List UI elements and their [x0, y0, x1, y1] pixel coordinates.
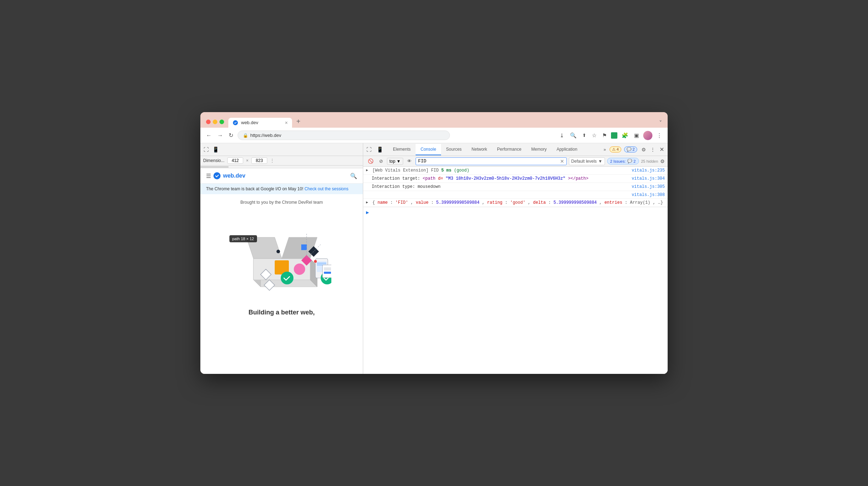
console-filter-button[interactable]: ⊘	[377, 157, 385, 165]
svg-point-16	[314, 260, 317, 263]
obj-key-name: name	[377, 200, 388, 205]
tab-menu-button[interactable]: ˅	[659, 120, 662, 126]
banner-link[interactable]: Check out the sessions	[304, 186, 348, 191]
file-link-1[interactable]: vitals.js:235	[632, 168, 665, 173]
console-prompt[interactable]: ▶	[363, 207, 668, 218]
close-button[interactable]	[206, 120, 211, 124]
chrome-menu-icon[interactable]: ⋮	[655, 131, 663, 140]
horizontal-scrollbar[interactable]	[200, 166, 363, 168]
context-label: top	[389, 159, 395, 164]
interaction-type-label: Interaction type:	[372, 184, 418, 189]
hero-illustration	[232, 209, 331, 301]
browser-window: web.dev × + ˅ ← → ↻ 🔒 https://web.dev ⤓ …	[200, 112, 668, 374]
hidden-count[interactable]: 25 hidden	[641, 159, 658, 163]
devtools-settings-icon[interactable]: ⚙	[639, 145, 648, 155]
obj-comma4: ,	[599, 200, 604, 205]
dimension-bar: Dimensio... × ⋮	[200, 156, 363, 166]
prompt-icon: ▶	[366, 209, 369, 215]
device-toggle-button[interactable]: 📱	[211, 145, 221, 154]
context-selector[interactable]: top ▼	[387, 158, 403, 165]
title-bar: web.dev × + ˅	[200, 112, 668, 128]
tab-console[interactable]: Console	[416, 144, 441, 155]
tab-favicon-icon	[233, 120, 238, 126]
refresh-button[interactable]: ↻	[227, 131, 235, 140]
expand-arrow[interactable]: ▶	[366, 168, 371, 172]
tab-application[interactable]: Application	[552, 144, 582, 155]
issues-count-badge[interactable]: 2 Issues: 💬 2	[607, 158, 639, 164]
web-header: ☰ web.dev 🔍	[200, 168, 363, 184]
flag-icon[interactable]: ⚑	[601, 131, 608, 140]
svg-rect-9	[301, 244, 307, 250]
log-levels-label: Default levels	[571, 159, 597, 164]
active-tab[interactable]: web.dev ×	[228, 118, 292, 128]
obj-comma3: ,	[528, 200, 533, 205]
file-link-2[interactable]: vitals.js:304	[632, 176, 665, 181]
inspect-button[interactable]: ⛶	[202, 145, 211, 154]
more-tabs-button[interactable]: »	[601, 144, 608, 155]
download-icon[interactable]: ⤓	[558, 131, 566, 140]
obj-colon2: :	[431, 200, 436, 205]
warning-badge[interactable]: ⚠ 4	[610, 146, 621, 152]
width-input[interactable]	[227, 157, 243, 164]
minimize-button[interactable]	[213, 120, 217, 124]
tab-network[interactable]: Network	[467, 144, 492, 155]
tab-elements[interactable]: Elements	[388, 144, 416, 155]
devtools-close-button[interactable]: ✕	[657, 144, 666, 155]
star-icon[interactable]: ☆	[590, 131, 598, 140]
obj-val-entries: Array(1)	[630, 200, 650, 205]
interaction-type-value: mousedown	[418, 184, 441, 189]
sidebar-icon[interactable]: ▣	[633, 131, 640, 140]
devtools-device-button[interactable]: 📱	[375, 145, 385, 154]
scroll-thumb[interactable]	[200, 166, 229, 168]
height-input[interactable]	[251, 157, 267, 164]
console-entry: Interaction type: mousedown vitals.js:30…	[363, 183, 668, 191]
message-badge[interactable]: 💬 2	[624, 146, 637, 152]
tab-memory[interactable]: Memory	[526, 144, 552, 155]
file-link-3[interactable]: vitals.js:305	[632, 184, 665, 189]
devtools-top-toolbar: ⛶ 📱	[200, 143, 363, 156]
green-square-icon[interactable]	[611, 132, 617, 139]
expand-object-arrow[interactable]: ▶	[366, 200, 371, 204]
console-clear-button[interactable]: 🚫	[366, 157, 375, 165]
forward-button[interactable]: →	[216, 131, 224, 140]
console-entry-content: Interaction type: mousedown	[372, 184, 630, 189]
element-tooltip: path 18 × 12	[229, 235, 257, 242]
url-display: https://web.dev	[250, 133, 281, 138]
hero-tagline: Building a better web,	[200, 305, 363, 320]
issues-count: 2	[634, 159, 636, 163]
back-button[interactable]: ←	[205, 131, 213, 140]
devtools-inspect-button[interactable]: ⛶	[365, 145, 373, 154]
hamburger-icon[interactable]: ☰	[206, 173, 211, 179]
main-area: ⛶ 📱 Dimensio... × ⋮ ☰	[200, 143, 668, 374]
log-levels-selector[interactable]: Default levels ▼	[569, 157, 605, 165]
console-filter-input-wrap[interactable]: ✕	[416, 157, 567, 165]
tab-performance[interactable]: Performance	[492, 144, 526, 155]
profile-avatar[interactable]	[643, 131, 652, 140]
share-icon[interactable]: ⬆	[581, 131, 588, 139]
eye-button[interactable]: 👁	[405, 157, 413, 165]
console-toolbar: 🚫 ⊘ top ▼ 👁 ✕ Default levels ▼ 2 Issues:	[363, 156, 668, 167]
obj-val-delta: 5.399999998509884	[553, 200, 596, 205]
issues-count-icon: 💬	[627, 159, 632, 163]
address-bar[interactable]: 🔒 https://web.dev	[238, 131, 450, 140]
file-link-4[interactable]: vitals.js:308	[632, 192, 665, 197]
log-levels-arrow: ▼	[598, 159, 603, 164]
obj-colon3: :	[505, 200, 510, 205]
web-nav-left: ☰ web.dev	[206, 172, 245, 180]
tab-bar: web.dev × + ˅	[228, 116, 662, 128]
search-icon[interactable]: 🔍	[350, 173, 357, 179]
zoom-icon[interactable]: 🔍	[569, 131, 578, 140]
console-settings-icon[interactable]: ⚙	[660, 158, 665, 164]
svg-rect-25	[324, 272, 331, 274]
extensions-icon[interactable]: 🧩	[620, 131, 630, 140]
console-filter-input[interactable]	[418, 158, 560, 164]
new-tab-button[interactable]: +	[293, 116, 303, 127]
clear-filter-button[interactable]: ✕	[560, 158, 564, 164]
tab-close-button[interactable]: ×	[285, 120, 288, 126]
dimension-more-icon[interactable]: ⋮	[270, 158, 274, 163]
tooltip-element: path	[232, 237, 240, 241]
devtools-kebab-icon[interactable]: ⋮	[648, 145, 657, 155]
maximize-button[interactable]	[219, 120, 224, 124]
tab-sources[interactable]: Sources	[441, 144, 467, 155]
dimension-preset[interactable]: Dimensio...	[203, 158, 224, 163]
